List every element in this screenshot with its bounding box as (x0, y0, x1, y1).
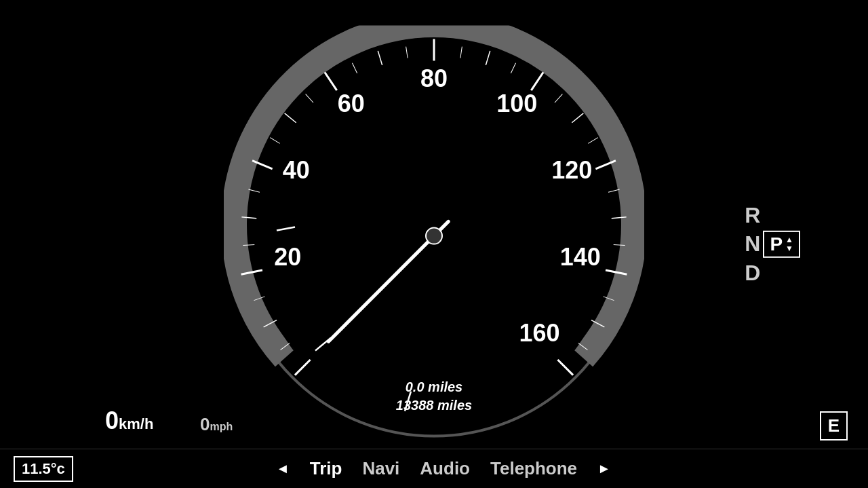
nav-menu: ◄ Trip Navi Audio Telephone ► (33, 458, 854, 479)
gear-p: P (770, 233, 783, 255)
svg-text:160: 160 (519, 319, 560, 347)
e-indicator: E (820, 411, 848, 440)
nav-item-trip[interactable]: Trip (310, 458, 342, 479)
svg-text:80: 80 (420, 64, 448, 92)
speed-kmh-display: 0km/h (105, 407, 153, 435)
bottom-nav-bar: 11.5°c ◄ Trip Navi Audio Telephone ► (0, 449, 868, 488)
svg-line-33 (608, 189, 619, 192)
svg-line-4 (295, 360, 311, 375)
nav-item-navi[interactable]: Navi (362, 458, 399, 479)
svg-text:120: 120 (551, 156, 592, 184)
svg-line-27 (352, 62, 357, 73)
svg-text:40: 40 (283, 156, 310, 184)
svg-text:100: 100 (496, 89, 537, 117)
svg-line-29 (460, 46, 462, 58)
svg-line-7 (325, 72, 337, 90)
gear-r: R (745, 203, 760, 227)
svg-line-25 (270, 137, 280, 143)
odometer-display: 0.0 miles 13388 miles (396, 379, 472, 413)
svg-point-46 (426, 227, 442, 244)
gear-indicator: R N P ▲ ▼ D (745, 203, 800, 284)
gear-p-box: P ▲ ▼ (763, 231, 800, 258)
gear-n: N (745, 232, 760, 256)
svg-line-15 (285, 113, 296, 122)
svg-line-28 (406, 46, 408, 58)
speed-kmh-unit: km/h (119, 415, 153, 432)
gear-d: D (745, 261, 760, 285)
svg-line-3 (277, 227, 295, 230)
svg-line-31 (555, 94, 562, 102)
svg-line-16 (378, 50, 382, 64)
gear-np-row: N P ▲ ▼ (745, 231, 800, 258)
speed-mph-display: 0mph (200, 414, 233, 435)
svg-text:60: 60 (338, 89, 365, 117)
speed-kmh-value: 0 (105, 407, 119, 434)
gear-arrow-down-icon: ▼ (785, 244, 793, 252)
svg-line-24 (248, 189, 259, 192)
nav-item-audio[interactable]: Audio (420, 458, 470, 479)
speed-mph-value: 0 (200, 414, 210, 434)
svg-line-30 (511, 62, 515, 73)
nav-right-arrow[interactable]: ► (597, 461, 611, 476)
speed-mph-unit: mph (210, 421, 233, 432)
svg-text:20: 20 (274, 242, 301, 270)
svg-line-32 (588, 137, 598, 143)
svg-line-18 (572, 113, 583, 122)
svg-text:140: 140 (560, 242, 601, 270)
svg-line-26 (306, 94, 313, 102)
e-indicator-label: E (828, 415, 840, 436)
svg-line-9 (531, 72, 543, 90)
nav-left-arrow[interactable]: ◄ (276, 461, 290, 476)
svg-line-17 (486, 50, 490, 64)
total-miles: 13388 miles (396, 398, 472, 413)
nav-item-telephone[interactable]: Telephone (490, 458, 577, 479)
gear-arrow-up-icon: ▲ (785, 236, 793, 244)
trip-miles: 0.0 miles (396, 379, 472, 395)
dashboard: 20 40 60 80 100 120 140 160 (0, 0, 868, 488)
gear-shift-arrows: ▲ ▼ (785, 236, 793, 252)
svg-line-12 (557, 360, 573, 375)
